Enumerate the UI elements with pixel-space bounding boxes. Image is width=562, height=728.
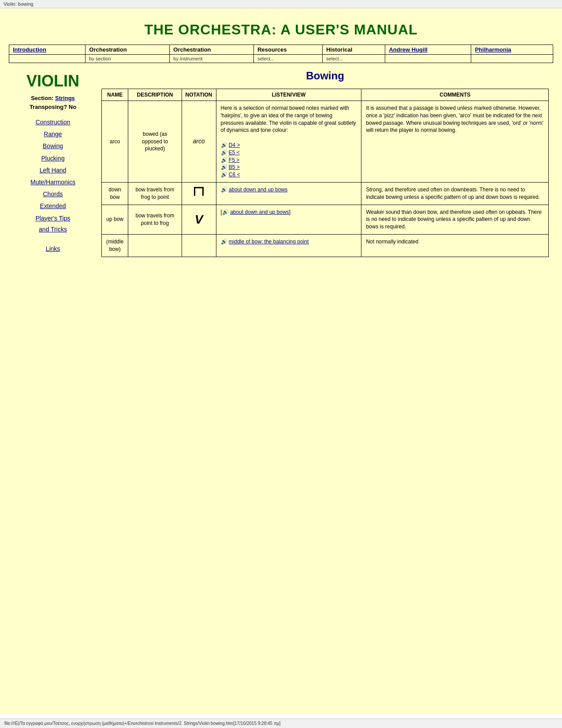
table-row: arco bowed (as opposed to plucked) arco … (102, 101, 549, 183)
cell-comments-middlebow: Not normally indicated (361, 234, 549, 257)
nav-top-row: Introduction Orchestration Orchestration… (9, 45, 553, 55)
nav-historical-select[interactable]: select... (323, 55, 385, 63)
sound-icon-b5: 🔊 (221, 164, 227, 170)
sound-icon-c6: 🔊 (221, 172, 227, 178)
listen-middlebow-link[interactable]: middle of bow: the balancing point (229, 239, 309, 245)
cell-listen-middlebow: 🔊 middle of bow: the balancing point (216, 234, 361, 257)
cell-notation-upbow: V (182, 205, 216, 234)
sound-icon-downbow: 🔊 (221, 187, 227, 193)
listen-d4-link[interactable]: D4 > (229, 142, 240, 148)
cell-comments-downbow: Strong, and therefore used often on down… (361, 182, 549, 205)
cell-comments-arco: It is assumed that a passage is bowed un… (361, 101, 549, 183)
nav-orchestration-instrument: Orchestration (170, 45, 254, 55)
transposing-info: Transposing? No (13, 104, 93, 110)
col-header-comments: COMMENTS (361, 89, 549, 101)
table-row: downbow bow travels from frog to point 🔊… (102, 182, 549, 205)
andrew-hugill-link[interactable]: Andrew Hugill (389, 46, 427, 53)
philharmonia-link[interactable]: Philharmonia (475, 46, 511, 53)
nav-empty-3 (471, 55, 553, 63)
sidebar-item-construction[interactable]: Construction (36, 117, 71, 128)
sidebar-item-extended[interactable]: Extended (40, 201, 66, 212)
content-area: VIOLIN Section: Strings Transposing? No … (9, 70, 553, 257)
nav-table: Introduction Orchestration Orchestration… (9, 45, 553, 63)
cell-notation-middlebow (182, 234, 216, 257)
table-row: (middlebow) 🔊 middle of bow: the balanci… (102, 234, 549, 257)
section-strings-link[interactable]: Strings (55, 95, 75, 101)
nav-resources: Resources (254, 45, 323, 55)
sidebar-item-mute-harmonics[interactable]: Mute/Harmonics (30, 177, 75, 188)
sound-icon-e5: 🔊 (221, 149, 227, 156)
sound-icon-d4: 🔊 (221, 142, 227, 148)
nav-by-instrument[interactable]: by instrument (170, 55, 254, 63)
col-header-listen: LISTEN/VIEW (216, 89, 361, 101)
cell-name-arco: arco (102, 101, 128, 183)
cell-listen-downbow: 🔊 about down and up bows (216, 182, 361, 205)
main-title: THE ORCHESTRA: A USER'S MANUAL (9, 13, 553, 45)
nav-bottom-row: by section by instrument select... selec… (9, 55, 553, 63)
nav-empty-1 (9, 55, 86, 63)
listen-c6-link[interactable]: C6 < (229, 172, 240, 178)
browser-tab: Violin: bowing (0, 0, 562, 8)
col-header-name: NAME (102, 89, 128, 101)
listen-b5-link[interactable]: B5 > (229, 164, 240, 170)
sound-icon-upbow: 🔊 (222, 209, 229, 215)
sidebar-item-links[interactable]: Links (46, 243, 60, 254)
listen-f5-link[interactable]: F5 > (229, 157, 239, 163)
sidebar-item-left-hand[interactable]: Left Hand (40, 165, 67, 176)
nav-empty-2 (385, 55, 471, 63)
cell-name-downbow: downbow (102, 182, 128, 205)
nav-historical: Historical (323, 45, 385, 55)
col-header-notation: NOTATION (182, 89, 216, 101)
cell-desc-middlebow (128, 234, 182, 257)
nav-resources-select[interactable]: select... (254, 55, 323, 63)
sidebar-nav: Construction Range Bowing Plucking Left … (13, 117, 93, 254)
cell-name-middlebow: (middlebow) (102, 234, 128, 257)
sidebar: VIOLIN Section: Strings Transposing? No … (9, 70, 97, 257)
listen-e5-link[interactable]: E5 < (229, 149, 240, 156)
footer-bar: file:///E|/Τα εγγραφά μου/Τσέτσος, ενορχ… (0, 718, 562, 728)
bowing-table: NAME DESCRIPTION NOTATION LISTEN/VIEW CO… (101, 89, 549, 257)
page-subtitle: Bowing (101, 70, 549, 82)
sound-icon-f5: 🔊 (221, 157, 227, 163)
introduction-link[interactable]: Introduction (13, 46, 46, 53)
cell-notation-downbow (182, 182, 216, 205)
sidebar-item-bowing[interactable]: Bowing (43, 141, 63, 152)
instrument-title: VIOLIN (13, 72, 93, 90)
nav-introduction[interactable]: Introduction (9, 45, 86, 55)
cell-listen-arco: Here is a selection of normal bowed note… (216, 101, 361, 183)
cell-name-upbow: up bow (102, 205, 128, 234)
page-wrapper: THE ORCHESTRA: A USER'S MANUAL Introduct… (0, 8, 562, 714)
nav-andrew-hugill[interactable]: Andrew Hugill (385, 45, 471, 55)
sidebar-item-plucking[interactable]: Plucking (41, 153, 65, 164)
sound-icon-middlebow: 🔊 (221, 239, 227, 245)
upbow-symbol: V (195, 213, 203, 226)
listen-upbow-link[interactable]: about down and up bows (230, 209, 289, 215)
table-header-row: NAME DESCRIPTION NOTATION LISTEN/VIEW CO… (102, 89, 549, 101)
nav-by-section[interactable]: by section (86, 55, 170, 63)
main-content: Bowing NAME DESCRIPTION NOTATION LISTEN/… (97, 70, 553, 257)
sidebar-item-range[interactable]: Range (44, 129, 62, 140)
section-info: Section: Strings (13, 95, 93, 101)
cell-desc-arco: bowed (as opposed to plucked) (128, 101, 182, 183)
listen-downbow-link[interactable]: about down and up bows (229, 187, 287, 193)
table-row: up bow bow travels from point to frog V … (102, 205, 549, 234)
col-header-description: DESCRIPTION (128, 89, 182, 101)
cell-desc-upbow: bow travels from point to frog (128, 205, 182, 234)
cell-listen-upbow: [🔊 about down and up bows] (216, 205, 361, 234)
cell-desc-downbow: bow travels from frog to point (128, 182, 182, 205)
nav-philharmonia[interactable]: Philharmonia (471, 45, 553, 55)
sidebar-item-players-tips[interactable]: Player's Tipsand Tricks (36, 213, 71, 235)
cell-notation-arco: arco (182, 101, 216, 183)
cell-comments-upbow: Weaker sound than down bow, and therefor… (361, 205, 549, 234)
nav-orchestration-section: Orchestration (86, 45, 170, 55)
sidebar-item-chords[interactable]: Chords (43, 189, 63, 200)
